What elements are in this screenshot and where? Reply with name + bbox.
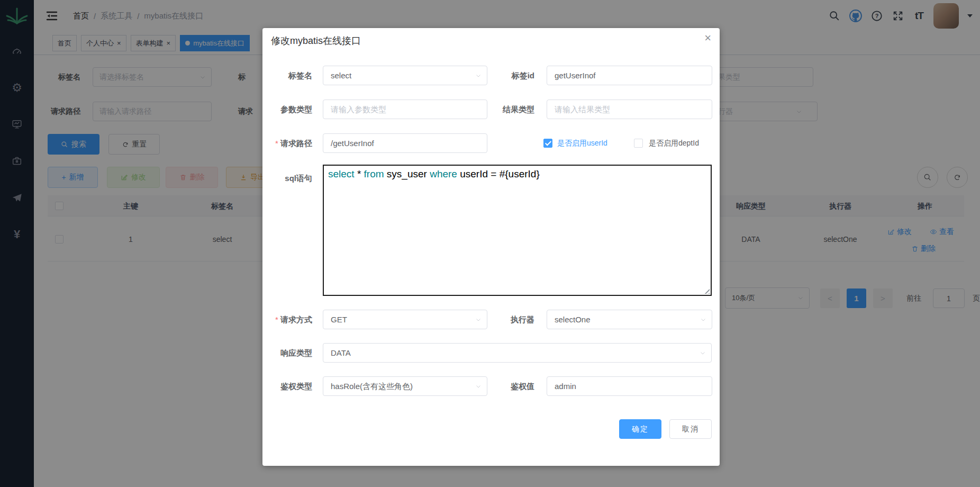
auth-value-label: 鉴权值 bbox=[491, 376, 534, 396]
enable-deptid-label[interactable]: 是否启用deptId bbox=[649, 133, 699, 153]
result-type-input[interactable] bbox=[547, 100, 712, 119]
cancel-button[interactable]: 取消 bbox=[669, 419, 712, 439]
sql-text: * bbox=[355, 168, 364, 179]
tag-name-select[interactable]: select bbox=[323, 66, 487, 85]
select-value: selectOne bbox=[555, 315, 591, 324]
request-method-select[interactable]: GET bbox=[323, 310, 487, 329]
sql-label: sql语句 bbox=[262, 168, 312, 188]
chevron-down-icon bbox=[700, 317, 706, 323]
request-path-label: 请求路径 bbox=[262, 133, 312, 153]
executor-select[interactable]: selectOne bbox=[547, 310, 712, 329]
chevron-down-icon bbox=[475, 317, 482, 323]
sql-editor[interactable]: select * from sys_user where userId = #{… bbox=[323, 165, 712, 296]
chevron-down-icon bbox=[475, 383, 482, 390]
enable-userid-checkbox[interactable] bbox=[543, 139, 552, 148]
sql-text: sys_user bbox=[384, 168, 430, 179]
screen: ⚙ ¥ bbox=[0, 0, 980, 487]
sql-keyword: select bbox=[328, 168, 355, 179]
sql-keyword: where bbox=[430, 168, 457, 179]
request-method-label: 请求方式 bbox=[262, 310, 312, 329]
executor-label: 执行器 bbox=[491, 310, 534, 329]
chevron-down-icon bbox=[475, 73, 482, 79]
result-type-label: 结果类型 bbox=[491, 100, 534, 119]
select-value: DATA bbox=[331, 348, 351, 357]
enable-deptid-checkbox[interactable] bbox=[634, 139, 643, 148]
select-value: select bbox=[331, 71, 351, 80]
param-type-input[interactable] bbox=[323, 100, 487, 119]
response-type-label: 响应类型 bbox=[262, 343, 312, 363]
dialog-title: 修改mybatis在线接口 bbox=[271, 34, 361, 47]
request-path-input[interactable] bbox=[323, 133, 487, 153]
tag-id-label: 标签id bbox=[491, 66, 534, 85]
param-type-label: 参数类型 bbox=[262, 100, 312, 119]
sql-text: userId = #{userId} bbox=[457, 168, 540, 179]
edit-dialog: 修改mybatis在线接口 × 标签名 select 标签id 参数类型 结果类… bbox=[262, 28, 720, 466]
resize-handle[interactable] bbox=[703, 287, 710, 294]
tag-name-label: 标签名 bbox=[262, 66, 312, 85]
tag-id-input[interactable] bbox=[547, 66, 712, 85]
auth-type-label: 鉴权类型 bbox=[262, 376, 312, 396]
chevron-down-icon bbox=[700, 350, 706, 356]
confirm-button[interactable]: 确定 bbox=[619, 419, 661, 439]
enable-userid-label[interactable]: 是否启用userId bbox=[557, 133, 607, 153]
sql-keyword: from bbox=[364, 168, 384, 179]
auth-type-select[interactable]: hasRole(含有这些角色) bbox=[323, 376, 487, 396]
dialog-close-icon[interactable]: × bbox=[704, 32, 711, 44]
select-value: GET bbox=[331, 315, 347, 324]
response-type-select[interactable]: DATA bbox=[323, 343, 712, 363]
auth-value-input[interactable] bbox=[547, 376, 712, 396]
select-value: hasRole(含有这些角色) bbox=[331, 382, 413, 391]
